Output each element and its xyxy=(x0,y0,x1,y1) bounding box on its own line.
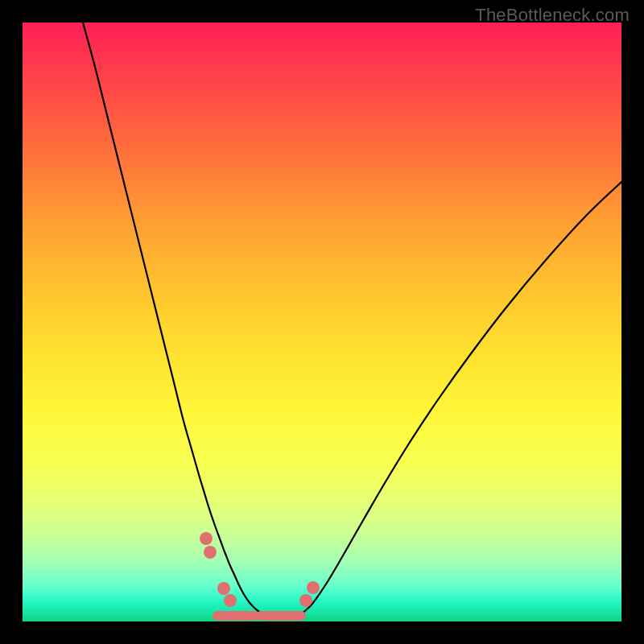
marker-dot xyxy=(204,546,217,559)
marker-dot xyxy=(307,581,320,594)
marker-group xyxy=(200,532,320,607)
marker-dot xyxy=(200,532,213,545)
marker-dot xyxy=(224,594,237,607)
marker-dot xyxy=(299,594,312,607)
plot-area xyxy=(23,23,621,621)
right-curve xyxy=(300,182,621,614)
curve-svg xyxy=(23,23,621,621)
marker-dot xyxy=(217,582,230,595)
chart-frame: TheBottleneck.com xyxy=(0,0,644,644)
left-curve xyxy=(83,23,264,614)
watermark-text: TheBottleneck.com xyxy=(475,5,630,26)
